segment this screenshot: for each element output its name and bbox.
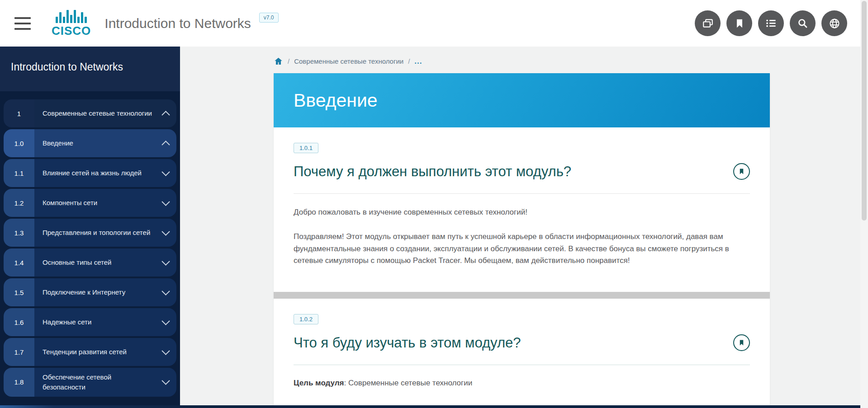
search-icon[interactable] — [790, 10, 816, 36]
topic-paragraph: Добро пожаловать в изучение современных … — [294, 206, 750, 218]
chevron-up-icon — [155, 99, 176, 127]
item-label: Компоненты сети — [34, 189, 155, 217]
banner-title: Введение — [274, 90, 378, 111]
app-header: CISCO Introduction to Networks v7.0 — [0, 0, 868, 47]
topic-badge: 1.0.1 — [294, 143, 318, 153]
globe-icon[interactable] — [821, 10, 847, 36]
item-number: 1 — [4, 99, 34, 127]
topic-section-1-0-2: 1.0.2 Что я буду изучать в этом модуле? … — [274, 299, 770, 408]
course-title: Introduction to Networks — [104, 16, 251, 31]
cisco-logo: CISCO — [52, 9, 91, 38]
footer-top-edge — [0, 405, 868, 408]
page-scrollbar[interactable] — [860, 0, 868, 408]
breadcrumb-separator: / — [288, 57, 289, 65]
breadcrumb: / Современные сетевые технологии / ... — [180, 47, 860, 66]
topic-section-1-0-1: 1.0.1 Почему я должен выполнить этот мод… — [274, 127, 770, 292]
bookmark-icon[interactable] — [726, 10, 752, 36]
header-icon-cluster — [695, 10, 847, 36]
item-number: 1.0 — [4, 129, 34, 157]
sidebar-item-1-1[interactable]: 1.1 Влияние сетей на жизнь людей — [4, 159, 176, 187]
bookmark-topic-button[interactable] — [733, 334, 750, 351]
home-icon[interactable] — [274, 56, 283, 66]
sidebar-item-1-8[interactable]: 1.8 Обеспечение сетевой безопасности — [4, 368, 176, 397]
breadcrumb-separator: / — [408, 57, 410, 65]
main-content: / Современные сетевые технологии / ... В… — [180, 47, 860, 408]
item-number: 1.7 — [4, 338, 34, 366]
sidebar-item-1-5[interactable]: 1.5 Подключение к Интернету — [4, 278, 176, 306]
chevron-down-icon — [155, 308, 176, 336]
sidebar-item-module-1[interactable]: 1 Современные сетевые технологии — [4, 99, 176, 127]
sidebar-nav-list: 1 Современные сетевые технологии 1.0 Вве… — [0, 91, 180, 397]
course-sidebar: Introduction to Networks 1 Современные с… — [0, 47, 180, 405]
version-badge: v7.0 — [259, 13, 279, 23]
sidebar-item-1-0[interactable]: 1.0 Введение — [4, 129, 176, 157]
breadcrumb-ellipsis[interactable]: ... — [414, 57, 422, 66]
item-label: Подключение к Интернету — [34, 278, 155, 306]
chevron-up-icon — [155, 129, 176, 157]
pages-icon[interactable] — [695, 10, 721, 36]
chevron-down-icon — [155, 338, 176, 366]
topic-title: Почему я должен выполнить этот модуль? — [294, 164, 571, 180]
chevron-down-icon — [155, 368, 176, 397]
list-icon[interactable] — [758, 10, 784, 36]
topic-title: Что я буду изучать в этом модуле? — [294, 335, 521, 351]
scrollbar-thumb[interactable] — [862, 1, 867, 220]
item-label: Влияние сетей на жизнь людей — [34, 159, 155, 187]
sidebar-item-1-6[interactable]: 1.6 Надежные сети — [4, 308, 176, 336]
cisco-logo-bars-icon — [56, 9, 87, 23]
topic-paragraph: Поздравляем! Этот модуль открывает вам п… — [294, 231, 750, 267]
bookmark-topic-button[interactable] — [733, 163, 750, 180]
item-number: 1.6 — [4, 308, 34, 336]
item-label: Тенденции развития сетей — [34, 338, 155, 366]
item-label: Современные сетевые технологии — [34, 99, 155, 127]
module-goal-label: Цель модуля — [294, 379, 344, 387]
hamburger-menu-icon[interactable] — [14, 17, 31, 30]
sidebar-course-title: Introduction to Networks — [11, 61, 169, 73]
sidebar-item-1-2[interactable]: 1.2 Компоненты сети — [4, 189, 176, 217]
item-label: Основные типы сетей — [34, 249, 155, 277]
sidebar-item-1-4[interactable]: 1.4 Основные типы сетей — [4, 249, 176, 277]
chevron-down-icon — [155, 159, 176, 187]
sidebar-header: Introduction to Networks — [0, 47, 180, 91]
cisco-logo-text: CISCO — [52, 24, 91, 38]
sidebar-item-1-3[interactable]: 1.3 Представления и топологии сетей — [4, 219, 176, 247]
chevron-down-icon — [155, 249, 176, 277]
item-number: 1.4 — [4, 249, 34, 277]
section-divider — [274, 292, 770, 299]
chevron-down-icon — [155, 278, 176, 306]
module-goal-text: : Современные сетевые технологии — [344, 379, 473, 387]
breadcrumb-module-link[interactable]: Современные сетевые технологии — [294, 57, 403, 65]
chevron-down-icon — [155, 219, 176, 247]
section-banner: Введение — [274, 73, 770, 127]
item-label: Введение — [34, 129, 155, 157]
sidebar-item-1-7[interactable]: 1.7 Тенденции развития сетей — [4, 338, 176, 366]
lesson-card: Введение 1.0.1 Почему я должен выполнить… — [274, 73, 770, 408]
item-label: Обеспечение сетевой безопасности — [34, 368, 155, 397]
item-number: 1.2 — [4, 189, 34, 217]
item-number: 1.3 — [4, 219, 34, 247]
module-goal-line: Цель модуля: Современные сетевые техноло… — [294, 379, 750, 388]
item-label: Представления и топологии сетей — [34, 219, 155, 247]
item-number: 1.1 — [4, 159, 34, 187]
chevron-down-icon — [155, 189, 176, 217]
item-number: 1.5 — [4, 278, 34, 306]
item-number: 1.8 — [4, 368, 34, 397]
item-label: Надежные сети — [34, 308, 155, 336]
topic-badge: 1.0.2 — [294, 314, 318, 324]
